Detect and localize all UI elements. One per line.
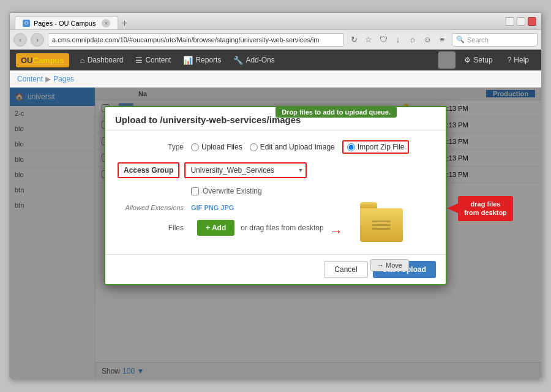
- minimize-button[interactable]: [506, 17, 514, 26]
- type-edit-upload[interactable]: Edit and Upload Image: [250, 143, 335, 151]
- url-bar[interactable]: a.cms.omnipdate.com/10/#oucampus/utc/Mai…: [48, 33, 344, 47]
- type-import-zip[interactable]: Import Zip File: [342, 140, 410, 154]
- extensions-label: Allowed Extensions: [118, 204, 191, 211]
- red-arrow-icon: →: [329, 224, 343, 239]
- type-edit-upload-radio[interactable]: [250, 143, 258, 151]
- type-label: Type: [118, 143, 191, 151]
- help-icon: ?: [508, 56, 512, 64]
- drop-hint: Drop files to add to upload queue.: [276, 107, 397, 118]
- callout-box: drag files from desktop: [458, 196, 513, 221]
- overwrite-row: Overwrite Existing: [118, 187, 433, 195]
- nav-dashboard-label: Dashboard: [88, 56, 124, 64]
- nav-right: ⚙ Setup ? Help: [438, 50, 535, 70]
- url-text: a.cms.omnipdate.com/10/#oucampus/utc/Mai…: [52, 36, 320, 43]
- add-button[interactable]: + Add: [197, 220, 234, 236]
- stripe-2: [372, 224, 391, 226]
- setup-icon: ⚙: [464, 56, 471, 64]
- access-group-row: Access Group University_Web_Services: [118, 162, 433, 178]
- folder-stripe: [360, 208, 403, 242]
- breadcrumb-pages[interactable]: Pages: [53, 75, 74, 83]
- ext-jpg: JPG: [220, 204, 234, 211]
- close-button[interactable]: [528, 17, 536, 26]
- type-radio-group: Upload Files Edit and Upload Image Impor…: [191, 140, 409, 154]
- logo-campus: Campus: [33, 56, 64, 65]
- stripe-3: [372, 228, 391, 230]
- search-placeholder: Search: [467, 36, 489, 43]
- type-import-zip-radio[interactable]: [347, 143, 355, 151]
- zip-icon-area: →: [360, 202, 403, 236]
- bookmark-icon[interactable]: ☆: [362, 34, 375, 46]
- stripe-1: [372, 221, 391, 222]
- shield-icon[interactable]: 🛡: [377, 34, 389, 46]
- type-upload-files-radio[interactable]: [191, 143, 199, 151]
- refresh-icon[interactable]: ↻: [348, 34, 360, 46]
- nav-help-label: Help: [514, 56, 529, 64]
- overwrite-checkbox[interactable]: [191, 187, 199, 195]
- type-row: Type Upload Files Edit and Upload Image: [118, 140, 433, 154]
- nav-content[interactable]: ☰ Content: [129, 50, 177, 70]
- logo-ou: OU: [21, 56, 33, 65]
- back-button[interactable]: ‹: [13, 33, 27, 47]
- folder-body: [360, 208, 403, 242]
- main-content: 🏠 universit 2-c blo blo blo blo btn btn …: [10, 88, 541, 379]
- nav-dashboard[interactable]: ⌂ Dashboard: [74, 50, 130, 70]
- nav-help[interactable]: ? Help: [501, 50, 535, 70]
- drag-text: or drag files from desktop: [241, 224, 323, 232]
- callout-text: drag files from desktop: [464, 200, 507, 216]
- extensions-values: GIF PNG JPG: [191, 204, 234, 211]
- upload-dialog: Drop files to add to upload queue. Uploa…: [104, 106, 447, 285]
- type-upload-files-label: Upload Files: [201, 143, 242, 151]
- window-controls: [506, 17, 536, 26]
- menu-icon[interactable]: ≡: [436, 34, 448, 46]
- home-icon[interactable]: ⌂: [407, 34, 419, 46]
- tab-area: O Pages - OU Campus × +: [15, 13, 506, 29]
- access-group-label: Access Group: [118, 162, 179, 178]
- zip-folder-icon: [360, 202, 403, 236]
- nav-setup-label: Setup: [473, 56, 492, 64]
- files-label: Files: [118, 224, 191, 232]
- title-bar: O Pages - OU Campus × +: [10, 13, 541, 30]
- nav-content-label: Content: [145, 56, 171, 64]
- cancel-button[interactable]: Cancel: [324, 261, 367, 278]
- nav-setup[interactable]: ⚙ Setup: [458, 50, 498, 70]
- breadcrumb-content[interactable]: Content: [17, 75, 43, 83]
- tab-favicon: O: [23, 20, 30, 27]
- breadcrumb: Content ▶ Pages: [10, 70, 541, 88]
- cms-logo[interactable]: OUCampus: [16, 53, 69, 67]
- tab-label: Pages - OU Campus: [34, 20, 96, 27]
- type-import-zip-label: Import Zip File: [358, 143, 405, 151]
- address-icons: ↻ ☆ 🛡 ↓ ⌂ ☺ ≡: [348, 34, 448, 46]
- reports-icon: 📊: [183, 56, 193, 65]
- maximize-button[interactable]: [517, 17, 525, 26]
- cms-nav: OUCampus ⌂ Dashboard ☰ Content 📊 Reports…: [10, 50, 541, 70]
- overwrite-label: Overwrite Existing: [203, 187, 262, 195]
- smiley-icon[interactable]: ☺: [421, 34, 433, 46]
- access-group-select-wrapper: University_Web_Services: [184, 162, 307, 178]
- callout-arrow: [447, 203, 458, 213]
- new-tab-button[interactable]: +: [118, 17, 130, 29]
- search-icon: 🔍: [456, 36, 465, 43]
- forward-button[interactable]: ›: [31, 33, 44, 47]
- nav-addons-label: Add-Ons: [246, 56, 274, 64]
- addons-icon: 🔧: [233, 56, 243, 65]
- nav-reports[interactable]: 📊 Reports: [177, 50, 227, 70]
- browser-tab[interactable]: O Pages - OU Campus ×: [15, 16, 118, 29]
- tab-close-btn[interactable]: ×: [102, 19, 110, 28]
- download-icon[interactable]: ↓: [392, 34, 404, 46]
- dialog-overlay: Drop files to add to upload queue. Uploa…: [10, 88, 541, 379]
- nav-addons[interactable]: 🔧 Add-Ons: [227, 50, 280, 70]
- move-button[interactable]: → Move: [370, 259, 409, 271]
- folder-tab: [360, 202, 377, 208]
- access-group-select[interactable]: University_Web_Services: [184, 162, 307, 178]
- user-avatar[interactable]: [438, 51, 455, 69]
- address-bar: ‹ › a.cms.omnipdate.com/10/#oucampus/utc…: [10, 30, 541, 50]
- browser-window: O Pages - OU Campus × + ‹ › a.cms.omnipd…: [9, 12, 542, 380]
- nav-reports-label: Reports: [195, 56, 221, 64]
- content-icon: ☰: [135, 56, 143, 65]
- type-upload-files[interactable]: Upload Files: [191, 143, 242, 151]
- type-edit-upload-label: Edit and Upload Image: [260, 143, 335, 151]
- search-bar[interactable]: 🔍 Search: [452, 33, 538, 47]
- ext-png: PNG: [204, 204, 219, 211]
- dashboard-icon: ⌂: [80, 56, 85, 65]
- ext-gif: GIF: [191, 204, 202, 211]
